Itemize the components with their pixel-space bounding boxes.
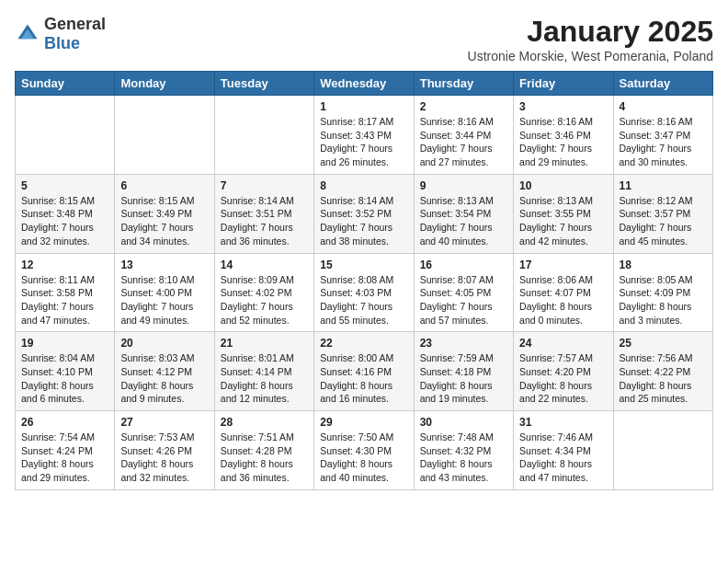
- day-detail: Daylight: 7 hours and 57 minutes.: [420, 300, 507, 327]
- day-detail: Sunrise: 7:53 AM: [120, 431, 208, 444]
- day-header-friday: Friday: [514, 72, 613, 96]
- calendar-week-3: 12Sunrise: 8:11 AMSunset: 3:58 PMDayligh…: [16, 253, 713, 332]
- day-number: 10: [519, 179, 607, 192]
- day-detail: Sunset: 4:12 PM: [120, 365, 208, 379]
- day-detail: Daylight: 7 hours and 36 minutes.: [221, 221, 308, 247]
- day-detail: Sunrise: 7:48 AM: [420, 431, 507, 444]
- day-detail: Sunrise: 8:17 AM: [320, 115, 407, 129]
- day-detail: Daylight: 8 hours and 36 minutes.: [221, 457, 308, 484]
- day-detail: Sunrise: 8:12 AM: [620, 194, 707, 208]
- day-detail: Daylight: 7 hours and 29 minutes.: [519, 142, 607, 168]
- calendar-cell: [214, 96, 313, 175]
- day-detail: Daylight: 8 hours and 43 minutes.: [420, 457, 507, 484]
- page-header: General Blue January 2025 Ustronie Morsk…: [15, 15, 713, 63]
- day-detail: Daylight: 7 hours and 32 minutes.: [21, 221, 108, 247]
- day-detail: Sunset: 4:14 PM: [221, 365, 308, 379]
- day-detail: Sunset: 4:07 PM: [519, 286, 607, 300]
- day-detail: Sunrise: 7:57 AM: [519, 351, 607, 365]
- day-number: 28: [221, 416, 308, 429]
- calendar-cell: 28Sunrise: 7:51 AMSunset: 4:28 PMDayligh…: [214, 411, 313, 490]
- day-number: 9: [420, 179, 507, 192]
- title-block: January 2025 Ustronie Morskie, West Pome…: [468, 15, 713, 63]
- calendar-week-2: 5Sunrise: 8:15 AMSunset: 3:48 PMDaylight…: [16, 174, 713, 253]
- day-number: 12: [21, 259, 108, 271]
- day-number: 3: [519, 100, 607, 113]
- day-number: 27: [120, 416, 208, 429]
- day-detail: Daylight: 7 hours and 40 minutes.: [420, 221, 507, 247]
- day-detail: Daylight: 7 hours and 47 minutes.: [21, 300, 108, 327]
- calendar-cell: 12Sunrise: 8:11 AMSunset: 3:58 PMDayligh…: [16, 253, 115, 332]
- day-detail: Sunrise: 7:54 AM: [21, 431, 108, 444]
- calendar-week-4: 19Sunrise: 8:04 AMSunset: 4:10 PMDayligh…: [16, 332, 713, 411]
- day-detail: Daylight: 7 hours and 30 minutes.: [620, 142, 707, 168]
- day-detail: Daylight: 7 hours and 42 minutes.: [519, 221, 607, 247]
- day-detail: Daylight: 7 hours and 26 minutes.: [320, 142, 407, 168]
- day-detail: Daylight: 8 hours and 12 minutes.: [221, 379, 308, 406]
- day-detail: Sunset: 3:51 PM: [221, 207, 308, 221]
- day-number: 30: [420, 416, 507, 429]
- calendar-cell: [115, 96, 214, 175]
- calendar-week-1: 1Sunrise: 8:17 AMSunset: 3:43 PMDaylight…: [16, 96, 713, 175]
- day-detail: Sunset: 4:34 PM: [519, 444, 607, 458]
- calendar-cell: 30Sunrise: 7:48 AMSunset: 4:32 PMDayligh…: [414, 411, 513, 490]
- day-detail: Sunset: 4:10 PM: [21, 365, 108, 379]
- day-detail: Daylight: 8 hours and 6 minutes.: [21, 379, 108, 406]
- day-detail: Sunset: 4:30 PM: [320, 444, 407, 458]
- day-detail: Sunrise: 8:16 AM: [420, 115, 507, 129]
- day-number: 13: [120, 259, 208, 271]
- day-detail: Sunrise: 8:04 AM: [21, 351, 108, 365]
- day-number: 11: [620, 179, 707, 192]
- day-number: 19: [21, 337, 108, 350]
- day-detail: Daylight: 8 hours and 3 minutes.: [620, 300, 707, 327]
- calendar-cell: 14Sunrise: 8:09 AMSunset: 4:02 PMDayligh…: [214, 253, 313, 332]
- day-detail: Sunset: 4:32 PM: [420, 444, 507, 458]
- day-detail: Sunset: 4:22 PM: [620, 365, 707, 379]
- day-detail: Sunrise: 8:10 AM: [120, 273, 208, 287]
- day-header-thursday: Thursday: [414, 72, 513, 96]
- day-detail: Sunrise: 7:50 AM: [320, 431, 407, 444]
- day-detail: Sunrise: 8:07 AM: [420, 273, 507, 287]
- calendar-cell: 27Sunrise: 7:53 AMSunset: 4:26 PMDayligh…: [115, 411, 214, 490]
- calendar-cell: 19Sunrise: 8:04 AMSunset: 4:10 PMDayligh…: [16, 332, 115, 411]
- day-detail: Daylight: 8 hours and 0 minutes.: [519, 300, 607, 327]
- day-detail: Sunset: 3:48 PM: [21, 207, 108, 221]
- calendar-cell: [613, 411, 712, 490]
- day-number: 2: [420, 100, 507, 113]
- day-number: 4: [620, 100, 707, 113]
- day-detail: Sunset: 3:43 PM: [320, 129, 407, 143]
- day-detail: Sunset: 4:18 PM: [420, 365, 507, 379]
- calendar-cell: 26Sunrise: 7:54 AMSunset: 4:24 PMDayligh…: [16, 411, 115, 490]
- calendar-week-5: 26Sunrise: 7:54 AMSunset: 4:24 PMDayligh…: [16, 411, 713, 490]
- day-detail: Sunset: 4:24 PM: [21, 444, 108, 458]
- day-detail: Sunset: 4:20 PM: [519, 365, 607, 379]
- day-detail: Daylight: 8 hours and 9 minutes.: [120, 379, 208, 406]
- calendar-cell: 9Sunrise: 8:13 AMSunset: 3:54 PMDaylight…: [414, 174, 513, 253]
- day-detail: Daylight: 7 hours and 27 minutes.: [420, 142, 507, 168]
- day-detail: Daylight: 7 hours and 34 minutes.: [120, 221, 208, 247]
- logo-general: General: [44, 15, 106, 33]
- day-number: 23: [420, 337, 507, 350]
- calendar-cell: 3Sunrise: 8:16 AMSunset: 3:46 PMDaylight…: [514, 96, 613, 175]
- calendar-cell: 23Sunrise: 7:59 AMSunset: 4:18 PMDayligh…: [414, 332, 513, 411]
- calendar-cell: 13Sunrise: 8:10 AMSunset: 4:00 PMDayligh…: [115, 253, 214, 332]
- day-detail: Sunrise: 8:09 AM: [221, 273, 308, 287]
- day-header-monday: Monday: [115, 72, 214, 96]
- day-detail: Sunset: 3:47 PM: [620, 129, 707, 143]
- day-detail: Sunset: 4:16 PM: [320, 365, 407, 379]
- day-detail: Sunset: 3:49 PM: [120, 207, 208, 221]
- day-number: 14: [221, 259, 308, 271]
- day-detail: Sunset: 3:55 PM: [519, 207, 607, 221]
- day-detail: Sunset: 4:26 PM: [120, 444, 208, 458]
- day-detail: Sunrise: 8:13 AM: [519, 194, 607, 208]
- day-detail: Sunrise: 8:08 AM: [320, 273, 407, 287]
- day-detail: Sunrise: 8:00 AM: [320, 351, 407, 365]
- day-detail: Daylight: 7 hours and 45 minutes.: [620, 221, 707, 247]
- day-detail: Sunset: 3:44 PM: [420, 129, 507, 143]
- day-detail: Daylight: 8 hours and 25 minutes.: [620, 379, 707, 406]
- calendar-cell: 25Sunrise: 7:56 AMSunset: 4:22 PMDayligh…: [613, 332, 712, 411]
- day-detail: Sunrise: 8:15 AM: [21, 194, 108, 208]
- month-title: January 2025: [468, 15, 713, 49]
- day-number: 8: [320, 179, 407, 192]
- day-number: 24: [519, 337, 607, 350]
- calendar-cell: 10Sunrise: 8:13 AMSunset: 3:55 PMDayligh…: [514, 174, 613, 253]
